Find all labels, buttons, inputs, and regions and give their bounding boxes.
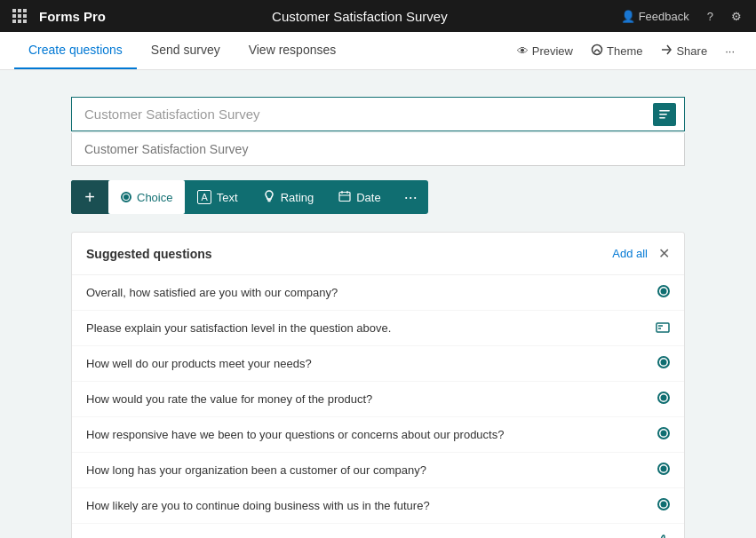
survey-title-wrapper (71, 97, 685, 131)
more-actions-icon: ··· (725, 44, 735, 58)
help-button[interactable]: ? (700, 6, 720, 27)
q2-type-icon (656, 320, 670, 336)
q1-type-icon (657, 285, 670, 300)
title-icon (653, 103, 676, 126)
suggested-panel: Suggested questions Add all ✕ Overall, h… (71, 232, 685, 538)
preview-button[interactable]: 👁 Preview (510, 39, 580, 63)
topbar-right: 👤 Feedback ? ⚙ (614, 6, 749, 27)
suggested-title: Suggested questions (86, 247, 212, 261)
question-toolbar: + Choice A Text Rating (71, 180, 428, 214)
svg-rect-12 (659, 117, 665, 119)
tab-send-survey[interactable]: Send survey (137, 32, 235, 69)
main-content: + Choice A Text Rating (0, 70, 756, 538)
theme-icon (591, 44, 603, 59)
tabbar-actions: 👁 Preview Theme Share ··· (510, 38, 742, 64)
tab-create-questions[interactable]: Create questions (14, 32, 137, 69)
choice-type-button[interactable]: Choice (108, 180, 185, 214)
svg-rect-14 (657, 323, 669, 332)
q6-type-icon (657, 463, 670, 478)
suggested-header: Suggested questions Add all ✕ (72, 233, 684, 275)
suggested-question-6[interactable]: How long has your organization been a cu… (72, 453, 684, 488)
suggested-question-7[interactable]: How likely are you to continue doing bus… (72, 488, 684, 524)
tabs: Create questions Send survey View respon… (14, 32, 350, 69)
text-type-button[interactable]: A Text (185, 180, 250, 214)
q4-type-icon (657, 392, 670, 407)
svg-rect-4 (18, 14, 21, 18)
svg-rect-2 (23, 9, 27, 12)
rating-type-icon (263, 190, 275, 205)
share-button[interactable]: Share (653, 38, 714, 64)
topbar-title: Customer Satisfaction Survey (106, 9, 614, 24)
suggested-question-8[interactable]: How likely are you to recommend our comp… (72, 524, 684, 538)
feedback-button[interactable]: 👤 Feedback (614, 6, 696, 27)
preview-icon: 👁 (517, 44, 529, 58)
survey-title-input[interactable] (71, 97, 685, 131)
help-label: ? (707, 10, 713, 23)
date-type-icon (338, 190, 351, 205)
q8-type-icon (656, 534, 670, 538)
feedback-icon: 👤 (621, 10, 635, 23)
rating-type-button[interactable]: Rating (251, 180, 327, 214)
svg-rect-1 (18, 9, 21, 12)
more-types-button[interactable]: ··· (394, 180, 428, 214)
settings-icon: ⚙ (731, 10, 742, 23)
text-type-icon: A (197, 190, 211, 204)
topbar: Forms Pro Customer Satisfaction Survey 👤… (0, 0, 756, 32)
app-grid-icon[interactable] (7, 4, 32, 28)
theme-button[interactable]: Theme (584, 38, 649, 64)
close-suggested-button[interactable]: ✕ (658, 245, 670, 262)
q3-type-icon (657, 356, 670, 371)
q5-type-icon (657, 427, 670, 442)
add-question-button[interactable]: + (71, 180, 108, 214)
suggested-question-4[interactable]: How would you rate the value for money o… (72, 382, 684, 417)
feedback-label: Feedback (639, 10, 689, 23)
app-title: Forms Pro (39, 9, 106, 24)
svg-rect-13 (339, 192, 350, 201)
suggested-question-5[interactable]: How responsive have we been to your ques… (72, 417, 684, 453)
suggested-question-2[interactable]: Please explain your satisfaction level i… (72, 311, 684, 346)
svg-rect-10 (659, 110, 670, 112)
suggested-question-3[interactable]: How well do our products meet your needs… (72, 346, 684, 382)
survey-description-input[interactable] (71, 133, 685, 166)
add-all-button[interactable]: Add all (609, 245, 651, 262)
svg-rect-7 (18, 20, 21, 23)
q7-type-icon (657, 498, 670, 513)
date-type-button[interactable]: Date (326, 180, 393, 214)
svg-rect-11 (659, 114, 667, 115)
svg-rect-6 (12, 20, 16, 23)
svg-rect-3 (12, 14, 16, 18)
svg-rect-8 (23, 20, 27, 23)
more-actions-button[interactable]: ··· (718, 39, 742, 63)
topbar-left: Forms Pro (7, 4, 106, 28)
settings-button[interactable]: ⚙ (724, 6, 749, 27)
tabbar: Create questions Send survey View respon… (0, 32, 756, 70)
suggested-question-1[interactable]: Overall, how satisfied are you with our … (72, 275, 684, 311)
choice-radio-icon (121, 192, 131, 202)
share-icon (660, 44, 672, 59)
suggested-actions: Add all ✕ (609, 245, 670, 262)
tab-view-responses[interactable]: View responses (235, 32, 351, 69)
svg-rect-5 (23, 14, 27, 18)
svg-rect-0 (12, 9, 16, 12)
